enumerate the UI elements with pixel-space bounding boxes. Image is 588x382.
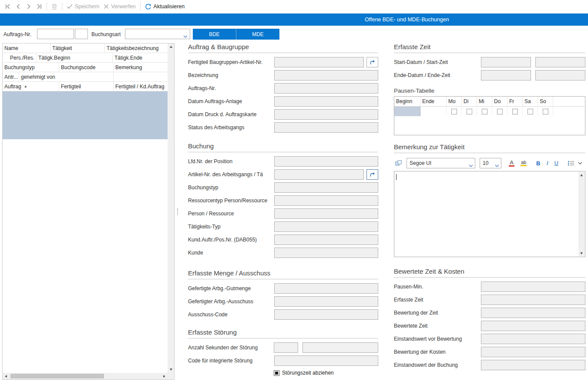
kunde-input[interactable] (274, 248, 378, 258)
pausen-mi-checkbox[interactable] (482, 109, 487, 114)
pausen-di-checkbox[interactable] (467, 109, 472, 114)
pausen-col-ende[interactable]: Ende (420, 97, 447, 106)
start-datum-input[interactable] (481, 57, 531, 67)
bewertung-der-kosten-input[interactable] (481, 347, 585, 357)
grid-col-fertigteil[interactable]: Fertigteil (59, 82, 114, 91)
textarea-vertical-scrollbar[interactable] (578, 172, 585, 256)
underline-button[interactable]: U (553, 158, 560, 168)
first-record-button[interactable] (3, 1, 13, 12)
bezeichnung-input[interactable] (274, 70, 378, 80)
pausen-do-checkbox[interactable] (497, 109, 503, 114)
buchungsart-select[interactable] (125, 29, 190, 39)
artikel-nr-arbeitsgang-input[interactable] (274, 169, 364, 180)
grid-col-name[interactable]: Name (3, 44, 50, 53)
pausen-min-input[interactable] (481, 281, 585, 292)
ausschuss-input[interactable] (274, 296, 378, 307)
grid-col-buchungstyp[interactable]: Buchungstyp (3, 63, 59, 72)
ausschuss-code-input[interactable] (274, 309, 378, 320)
pausen-col-do[interactable]: Do (492, 97, 507, 106)
scroll-left-button[interactable] (3, 373, 9, 379)
last-record-button[interactable] (34, 1, 44, 12)
discard-button[interactable]: Verwerfen (101, 1, 138, 12)
refresh-button[interactable]: Aktualisieren (143, 1, 187, 12)
auftrags-nr-input[interactable] (274, 83, 378, 94)
scroll-right-button[interactable] (161, 373, 168, 379)
grid-col-taetigkeit[interactable]: Tätigkeit (50, 44, 105, 53)
scrollbar-thumb[interactable] (10, 374, 104, 379)
pausen-mo-checkbox[interactable] (451, 109, 457, 114)
scroll-down-button[interactable] (578, 250, 585, 256)
grid-vertical-scrollbar[interactable] (168, 44, 174, 373)
lfd-nr-position-input[interactable] (274, 156, 378, 167)
grid-col-buchungscode[interactable]: Buchungscode (59, 63, 114, 72)
pausen-col-sa[interactable]: Sa (523, 97, 538, 106)
pausen-col-beginn[interactable]: Beginn (394, 97, 420, 106)
fertigteil-open-button[interactable] (366, 57, 378, 67)
grid-col-bemerkung[interactable]: Bemerkung (114, 63, 168, 72)
stoerung-sekunden-input[interactable] (274, 342, 298, 353)
previous-record-button[interactable] (13, 1, 24, 12)
grid-col-fertigteil-kdauftrag[interactable]: Fertigteil / Kd.Auftrag (114, 82, 168, 91)
stoerung-dauer-input[interactable] (302, 342, 378, 353)
grid-col-taetigk-ende[interactable]: Tätigk.Ende (113, 53, 168, 62)
grid-col-pers-res[interactable]: Pers./Res. (3, 53, 37, 62)
pausen-row-selector[interactable] (394, 107, 420, 116)
tab-mde[interactable]: MDE (236, 29, 279, 40)
pausen-fr-checkbox[interactable] (512, 109, 518, 114)
artikel-open-button[interactable] (366, 169, 378, 180)
font-size-select[interactable]: 10 (480, 158, 501, 168)
erfasste-zeit-input[interactable] (481, 295, 585, 305)
bewertung-der-zeit-input[interactable] (481, 308, 585, 318)
bullet-list-button[interactable] (567, 158, 576, 168)
highlight-button[interactable]: ab (519, 158, 528, 168)
save-button[interactable]: Speichern (64, 1, 101, 12)
pausen-col-mi[interactable]: Mi (477, 97, 492, 106)
delete-button[interactable] (49, 1, 60, 12)
tab-bde[interactable]: BDE (193, 29, 236, 40)
pausen-col-so[interactable]: So (538, 97, 553, 106)
taetigkeits-typ-input[interactable] (274, 221, 378, 232)
person-ressource-input[interactable] (274, 208, 378, 219)
status-arbeitsgang-input[interactable] (274, 122, 378, 133)
font-family-select[interactable]: Segoe UI (407, 158, 475, 168)
pausen-col-mo[interactable]: Mo (447, 97, 462, 106)
ende-datum-input[interactable] (481, 70, 531, 80)
grid-col-taetigkeitsbezeichnung[interactable]: Tätigkeitsbezeichnung (105, 44, 168, 53)
selected-empty-row[interactable] (3, 91, 168, 139)
pausen-sa-checkbox[interactable] (528, 109, 533, 114)
grid-horizontal-scrollbar[interactable] (3, 373, 168, 379)
datum-auftrags-anlage-input[interactable] (274, 96, 378, 107)
pausen-col-fr[interactable]: Fr (507, 97, 523, 106)
scroll-down-button[interactable] (168, 366, 174, 373)
bold-button[interactable]: B (535, 158, 541, 168)
grid-col-auftrag[interactable]: Auftrag ▲ (3, 82, 59, 91)
grid-col-antrag[interactable]: Antr... (3, 72, 19, 81)
grid-col-genehmigt-von[interactable]: genehmigt von (19, 72, 114, 81)
pausen-ende-cell[interactable] (420, 107, 447, 116)
grid-col-taetigk-beginn[interactable]: Tätigk.Beginn (37, 53, 113, 62)
bewertete-zeit-input[interactable] (481, 321, 585, 331)
pausen-col-di[interactable]: Di (462, 97, 477, 106)
scroll-up-button[interactable] (578, 172, 585, 178)
einstandswert-vor-bewertung-input[interactable] (481, 334, 585, 344)
auftragsnr-suffix-input[interactable] (75, 29, 88, 39)
scroll-up-button[interactable] (168, 44, 174, 50)
ende-zeit-input[interactable] (535, 70, 585, 80)
einstandswert-der-buchung-input[interactable] (481, 360, 585, 370)
start-zeit-input[interactable] (535, 57, 585, 67)
code-integrierte-stoerung-input[interactable] (274, 355, 378, 366)
splitter-handle[interactable] (176, 208, 179, 217)
font-color-button[interactable]: A (507, 158, 516, 168)
toolbar-overflow-button[interactable] (577, 158, 584, 168)
ressourcentyp-input[interactable] (274, 195, 378, 206)
gutmenge-input[interactable] (274, 283, 378, 294)
insert-field-button[interactable] (394, 158, 404, 168)
auftragsnr-input[interactable] (37, 29, 74, 39)
buchungstyp-input[interactable] (274, 182, 378, 193)
fertigteil-baugruppen-artikel-nr-input[interactable] (274, 57, 364, 67)
pausen-so-checkbox[interactable] (543, 109, 548, 114)
italic-button[interactable]: I (545, 158, 549, 168)
next-record-button[interactable] (24, 1, 34, 12)
kund-auftr-pos-nr-input[interactable] (274, 235, 378, 245)
datum-druck-auftragskarte-input[interactable] (274, 109, 378, 120)
